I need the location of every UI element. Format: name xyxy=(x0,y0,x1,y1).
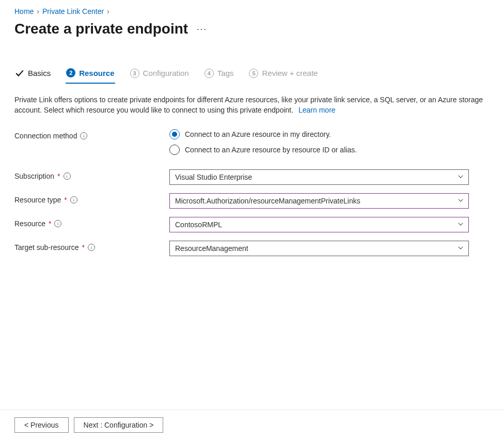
chevron-down-icon xyxy=(457,196,464,205)
subscription-select[interactable]: Visual Studio Enterprise xyxy=(169,169,469,185)
more-actions-icon[interactable]: ⋯ xyxy=(196,23,207,35)
target-sub-resource-select[interactable]: ResourceManagement xyxy=(169,241,469,256)
select-value: ContosoRMPL xyxy=(175,221,222,229)
info-icon[interactable]: i xyxy=(54,220,61,227)
info-icon[interactable]: i xyxy=(88,244,95,251)
step-number-icon: 5 xyxy=(249,69,258,78)
footer: < Previous Next : Configuration > xyxy=(0,410,504,440)
label-subscription: Subscription xyxy=(14,172,54,180)
label-connection-method: Connection method xyxy=(14,132,77,140)
label-resource-type: Resource type xyxy=(14,196,61,204)
required-indicator: * xyxy=(64,196,67,204)
page-title: Create a private endpoint xyxy=(14,21,188,37)
tab-label: Configuration xyxy=(143,69,189,77)
required-indicator: * xyxy=(82,243,85,252)
tab-configuration[interactable]: 3 Configuration xyxy=(130,67,190,83)
step-number-icon: 3 xyxy=(130,69,139,78)
intro-text: Private Link offers options to create pr… xyxy=(14,95,485,116)
select-value: Microsoft.Authorization/resourceManageme… xyxy=(175,197,360,205)
tab-basics[interactable]: Basics xyxy=(14,67,51,83)
tab-label: Resource xyxy=(79,69,114,77)
chevron-right-icon: › xyxy=(37,7,39,15)
label-target-sub-resource: Target sub-resource xyxy=(14,243,79,252)
chevron-down-icon xyxy=(457,220,464,229)
select-value: Visual Studio Enterprise xyxy=(175,173,252,181)
step-number-icon: 2 xyxy=(66,68,75,77)
radio-icon xyxy=(169,145,180,155)
next-configuration-button[interactable]: Next : Configuration > xyxy=(74,417,164,433)
tab-review-create[interactable]: 5 Review + create xyxy=(248,67,318,83)
info-icon[interactable]: i xyxy=(70,196,77,203)
select-value: ResourceManagement xyxy=(175,244,248,253)
learn-more-link[interactable]: Learn more xyxy=(298,106,336,114)
resource-type-select[interactable]: Microsoft.Authorization/resourceManageme… xyxy=(169,193,469,209)
breadcrumb: Home › Private Link Center › xyxy=(14,7,490,15)
tab-label: Basics xyxy=(28,69,51,77)
info-icon[interactable]: i xyxy=(80,132,87,139)
chevron-down-icon xyxy=(457,244,464,253)
required-indicator: * xyxy=(57,172,60,180)
radio-label: Connect to an Azure resource by resource… xyxy=(185,146,357,154)
step-number-icon: 4 xyxy=(204,69,214,78)
chevron-down-icon xyxy=(457,172,464,181)
info-icon[interactable]: i xyxy=(64,172,71,180)
chevron-right-icon: › xyxy=(107,7,109,15)
tab-tags[interactable]: 4 Tags xyxy=(204,67,234,83)
tab-label: Review + create xyxy=(262,69,318,77)
required-indicator: * xyxy=(49,219,51,228)
radio-icon xyxy=(169,129,180,139)
previous-button[interactable]: < Previous xyxy=(14,417,69,433)
tab-resource[interactable]: 2 Resource xyxy=(66,66,115,84)
tab-label: Tags xyxy=(217,69,234,77)
label-resource: Resource xyxy=(14,219,45,228)
radio-connect-directory[interactable]: Connect to an Azure resource in my direc… xyxy=(169,129,469,139)
checkmark-icon xyxy=(15,69,24,78)
breadcrumb-home[interactable]: Home xyxy=(14,7,34,15)
breadcrumb-private-link-center[interactable]: Private Link Center xyxy=(42,7,104,15)
radio-label: Connect to an Azure resource in my direc… xyxy=(185,130,331,138)
radio-connect-resource-id[interactable]: Connect to an Azure resource by resource… xyxy=(169,145,469,155)
tabs: Basics 2 Resource 3 Configuration 4 Tags… xyxy=(14,66,490,83)
resource-select[interactable]: ContosoRMPL xyxy=(169,217,469,232)
